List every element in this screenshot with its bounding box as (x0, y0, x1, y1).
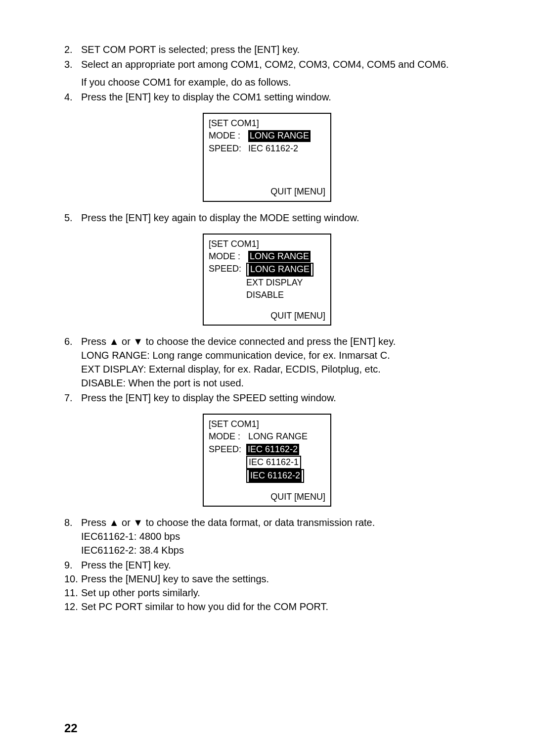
lcd-title: [SET COM1] (209, 118, 325, 129)
lcd-speed-line: SPEED: LONG RANGE (209, 263, 325, 276)
lcd-option-boxed: LONG RANGE (246, 263, 313, 276)
lcd-window-2: [SET COM1] MODE : LONG RANGE SPEED: LONG… (203, 234, 331, 326)
lcd-option-box: IEC 61162-1 (246, 456, 325, 469)
lcd-title: [SET COM1] (209, 419, 325, 430)
step-text: Select an appropriate port among COM1, C… (81, 57, 470, 89)
lcd-mode-value: LONG RANGE (248, 431, 308, 442)
lcd-speed-label: SPEED: (209, 263, 246, 276)
lcd-mode-line: MODE : LONG RANGE (209, 431, 325, 442)
lcd-mode-line: MODE : LONG RANGE (209, 251, 325, 262)
step-subtext: If you choose COM1 for example, do as fo… (81, 75, 470, 89)
lcd-speed-value: IEC 61162-2 (248, 143, 298, 154)
step-number: 7. (64, 391, 81, 405)
step-text: Press the [ENT] key. (81, 558, 470, 572)
step-number: 4. (64, 90, 81, 104)
step-6c: EXT DISPLAY: External display, for ex. R… (81, 362, 470, 376)
step-6d: DISABLE: When the port is not used. (81, 376, 470, 390)
step-number: 12. (64, 600, 81, 614)
step-number: 9. (64, 558, 81, 572)
step-10: 10. Press the [MENU] key to save the set… (64, 572, 470, 586)
step-text: Press ▲ or ▼ to choose the device connec… (81, 334, 470, 390)
step-text: SET COM PORT is selected; press the [ENT… (81, 43, 470, 56)
lcd-option-iec1: IEC 61162-1 (246, 456, 301, 469)
lcd-mode-value-selected: LONG RANGE (248, 130, 311, 142)
lcd-option-box: IEC 61162-2 (246, 470, 325, 482)
lcd-mode-line: MODE : LONG RANGE (209, 130, 325, 142)
step-12: 12. Set PC PORT similar to how you did f… (64, 600, 470, 614)
lcd-speed-label: SPEED: (209, 143, 248, 154)
step-text: Press ▲ or ▼ to choose the data format, … (81, 516, 470, 557)
step-7: 7. Press the [ENT] key to display the SP… (64, 391, 470, 405)
step-text: Set PC PORT similar to how you did for t… (81, 600, 470, 614)
page-number: 22 (64, 721, 78, 735)
step-text: Press the [ENT] key to display the COM1 … (81, 90, 470, 104)
lcd-quit: QUIT [MENU] (209, 491, 325, 503)
step-number: 5. (64, 211, 81, 225)
step-8: 8. Press ▲ or ▼ to choose the data forma… (64, 516, 470, 557)
step-9: 9. Press the [ENT] key. (64, 558, 470, 572)
lcd-mode-label: MODE : (209, 130, 248, 142)
lcd-speed-line: SPEED: IEC 61162-2 (209, 143, 325, 154)
step-5: 5. Press the [ENT] key again to display … (64, 211, 470, 225)
step-number: 2. (64, 43, 81, 56)
step-6: 6. Press ▲ or ▼ to choose the device con… (64, 334, 470, 390)
step-8a: Press ▲ or ▼ to choose the data format, … (81, 516, 470, 529)
lcd-option-iec2: IEC 61162-2 (249, 470, 302, 481)
lcd-speed-label: SPEED: (209, 444, 246, 455)
step-8b: IEC61162-1: 4800 bps (81, 529, 470, 543)
step-number: 11. (64, 586, 81, 600)
step-number: 10. (64, 572, 81, 586)
lcd-title: [SET COM1] (209, 238, 325, 250)
lcd-window-1: [SET COM1] MODE : LONG RANGE SPEED: IEC … (203, 113, 331, 202)
lcd-option-ext-display: EXT DISPLAY (246, 277, 325, 288)
lcd-speed-line: SPEED: IEC 61162-2 (209, 444, 325, 455)
lcd-quit: QUIT [MENU] (209, 310, 325, 322)
step-6a: Press ▲ or ▼ to choose the device connec… (81, 334, 470, 348)
lcd-mode-label: MODE : (209, 431, 248, 442)
step-3: 3. Select an appropriate port among COM1… (64, 57, 470, 89)
step-number: 3. (64, 57, 81, 89)
step-2: 2. SET COM PORT is selected; press the [… (64, 43, 470, 56)
step-text: Set up other ports similarly. (81, 586, 470, 600)
step-number: 6. (64, 334, 81, 390)
lcd-mode-value-selected: LONG RANGE (248, 251, 311, 262)
lcd-option-long-range: LONG RANGE (249, 264, 311, 275)
lcd-quit: QUIT [MENU] (209, 186, 325, 197)
step-text: Press the [ENT] key again to display the… (81, 211, 470, 225)
step-text: Press the [MENU] key to save the setting… (81, 572, 470, 586)
lcd-speed-value-selected: IEC 61162-2 (246, 444, 299, 455)
step-text: Press the [ENT] key to display the SPEED… (81, 391, 470, 405)
step-11: 11. Set up other ports similarly. (64, 586, 470, 600)
step-8c: IEC61162-2: 38.4 Kbps (81, 543, 470, 557)
step-4: 4. Press the [ENT] key to display the CO… (64, 90, 470, 104)
lcd-window-3: [SET COM1] MODE : LONG RANGE SPEED: IEC … (203, 414, 331, 507)
step-6b: LONG RANGE: Long range communication dev… (81, 348, 470, 362)
lcd-mode-label: MODE : (209, 251, 248, 262)
step-text-line: Select an appropriate port among COM1, C… (81, 59, 449, 70)
step-number: 8. (64, 516, 81, 557)
lcd-option-disable: DISABLE (246, 289, 325, 301)
